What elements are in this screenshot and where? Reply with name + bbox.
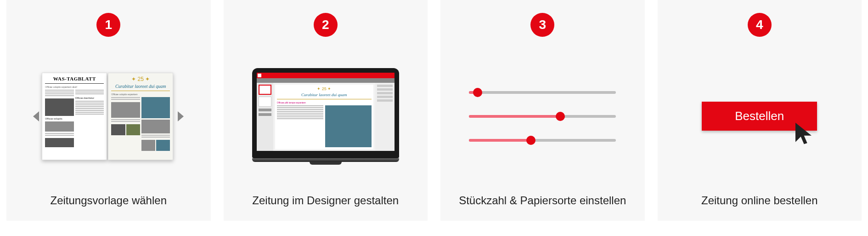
steps-row: 1 WAS-TAGBLATT Officae voluptis expantem… — [0, 0, 868, 221]
slider-1[interactable] — [469, 90, 616, 95]
newspaper-templates[interactable]: WAS-TAGBLATT Officae voluptis expantem d… — [42, 73, 175, 160]
newspaper-template-b: ✦ 25 ✦ Curabitur laoreet dui quam Offica… — [108, 73, 173, 160]
step-1-illustration: WAS-TAGBLATT Officae voluptis expantem d… — [16, 48, 202, 185]
step-3-badge: 3 — [530, 13, 554, 37]
carousel-prev-icon[interactable] — [33, 111, 39, 121]
newspaper-template-a: WAS-TAGBLATT Officae voluptis expantem d… — [42, 73, 107, 160]
step-1-badge: 1 — [96, 13, 120, 37]
step-2-illustration: ✦ 25 ✦ Curabitur laoreet dui quam Offica… — [233, 48, 419, 185]
cursor-icon — [792, 121, 818, 146]
step-1-caption: Zeitungsvorlage wählen — [51, 193, 167, 208]
step-1-card: 1 WAS-TAGBLATT Officae voluptis expantem… — [6, 0, 211, 221]
step-2-badge: 2 — [314, 13, 338, 37]
step-2-caption: Zeitung im Designer gestalten — [252, 193, 399, 208]
step-2-card: 2 ✦ 25 ✦ — [224, 0, 428, 221]
slider-3[interactable] — [469, 138, 616, 143]
carousel-next-icon[interactable] — [178, 111, 184, 121]
laptop-icon: ✦ 25 ✦ Curabitur laoreet dui quam Offica… — [252, 68, 399, 165]
step-4-caption: Zeitung online bestellen — [701, 193, 818, 208]
step-3-card: 3 Stückzahl & Papiersorte einstellen — [440, 0, 645, 221]
step-4-illustration: Bestellen — [667, 48, 853, 185]
step-3-caption: Stückzahl & Papiersorte einstellen — [459, 193, 626, 208]
slider-2[interactable] — [469, 114, 616, 119]
step-4-badge: 4 — [748, 13, 772, 37]
step-4-card: 4 Bestellen Zeitung online bestellen — [658, 0, 862, 221]
step-3-illustration — [450, 48, 636, 185]
newspaper-masthead: WAS-TAGBLATT — [45, 76, 104, 81]
